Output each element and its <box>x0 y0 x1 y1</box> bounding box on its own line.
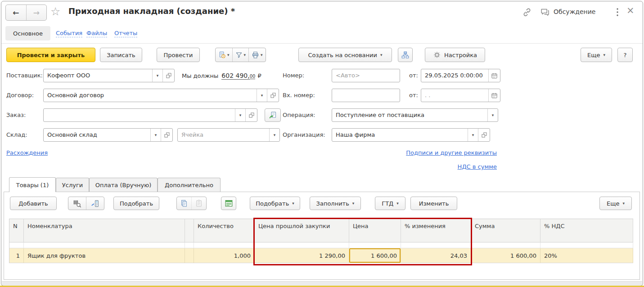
forward-arrow-icon[interactable]: → <box>27 5 47 20</box>
add-row-button[interactable]: Добавить <box>10 197 57 210</box>
discussion-label[interactable]: Обсуждение <box>554 8 595 15</box>
tab-files[interactable]: Файлы <box>86 26 107 40</box>
funnel-icon <box>235 51 243 59</box>
barcode-group <box>68 197 104 210</box>
tab-main[interactable]: Основное <box>5 26 50 40</box>
pick-items-button[interactable]: Подобрать <box>113 197 159 210</box>
history-nav-group: ← → <box>5 4 47 21</box>
warehouse-field[interactable]: Основной склад ▾ <box>43 128 173 142</box>
date-label: от: <box>409 69 418 82</box>
dropdown-caret-icon[interactable]: ▾ <box>257 89 267 102</box>
cell-field[interactable]: Ячейка ▾ <box>177 128 280 142</box>
more-button[interactable]: Еще ▾ <box>581 48 612 62</box>
cell-item[interactable]: Ящик для фруктов <box>24 248 185 263</box>
pick-menu-button[interactable]: Подобрать ▾ <box>250 197 300 210</box>
vat-in-sum-link[interactable]: НДС в сумме <box>458 163 497 170</box>
edit-button[interactable]: Изменить <box>410 197 457 210</box>
incoming-number-label: Вх. номер: <box>283 89 315 102</box>
cell-last-price[interactable]: 1 290,00 <box>255 248 349 263</box>
tab-services[interactable]: Услуги <box>56 178 89 192</box>
tab-events[interactable]: События <box>56 26 82 40</box>
scanner-device-button[interactable] <box>86 197 104 210</box>
back-arrow-icon[interactable]: ← <box>6 5 27 20</box>
debt-amount-link[interactable]: 602 490, <box>221 72 249 80</box>
fill-from-order-button[interactable] <box>265 108 281 122</box>
gtd-menu-button[interactable]: ГТД ▾ <box>375 197 405 210</box>
grid-filler-cell <box>24 242 185 248</box>
clipboard-group <box>176 197 207 210</box>
dropdown-caret-icon: ▾ <box>261 53 263 57</box>
items-table: N Номенклатура Количество Цена прошлой з… <box>9 219 633 263</box>
post-button[interactable]: Провести <box>157 48 200 62</box>
tab-additional[interactable]: Дополнительно <box>158 178 221 192</box>
dropdown-caret-icon[interactable]: ▾ <box>150 129 161 141</box>
organization-field[interactable]: Наша фирма ▾ <box>332 128 490 142</box>
related-documents-button[interactable] <box>398 48 413 62</box>
grid-filler-cell <box>185 242 194 248</box>
column-header-change-pct[interactable]: % изменения <box>401 219 471 242</box>
open-record-icon[interactable] <box>162 69 174 82</box>
help-button[interactable]: ? <box>617 48 633 62</box>
open-record-icon[interactable] <box>267 89 279 102</box>
cell-qty[interactable]: 1,000 <box>194 248 255 263</box>
dropdown-caret-icon[interactable]: ▾ <box>468 129 478 141</box>
order-field[interactable]: ▾ <box>43 108 257 122</box>
open-record-icon[interactable] <box>161 129 172 141</box>
cell-row-number[interactable]: 1 <box>9 248 24 263</box>
close-icon[interactable]: × <box>626 5 635 16</box>
calendar-icon[interactable] <box>488 89 500 102</box>
filter-button[interactable]: ▾ <box>232 48 249 62</box>
date-field[interactable]: 29.05.2025 0:00:00 <box>421 69 500 82</box>
incoming-date-field[interactable]: . . <box>421 89 500 102</box>
column-header-price[interactable]: Цена <box>349 219 401 242</box>
column-header-n[interactable]: N <box>9 219 24 242</box>
calendar-icon[interactable] <box>488 69 500 82</box>
list-settings-button[interactable] <box>221 197 236 210</box>
discrepancies-link[interactable]: Расхождения <box>6 149 48 156</box>
grid-more-button[interactable]: Еще ▾ <box>599 197 632 210</box>
cell-sum[interactable]: 1 600,00 <box>471 248 540 263</box>
discussion-chat-icon[interactable] <box>540 7 550 17</box>
column-header-last-price[interactable]: Цена прошлой закупки <box>255 219 349 242</box>
print-button[interactable]: ▾ <box>248 48 266 62</box>
settings-button[interactable]: Настройка <box>425 48 485 62</box>
dropdown-caret-icon[interactable]: ▾ <box>487 109 498 121</box>
dropdown-caret-icon[interactable]: ▾ <box>152 69 162 82</box>
tab-goods[interactable]: Товары (1) <box>9 177 56 192</box>
create-based-on-button[interactable]: Создать на основании ▾ <box>298 48 392 62</box>
paste-rows-button[interactable] <box>191 197 206 210</box>
post-and-close-button[interactable]: Провести и закрыть <box>6 48 95 62</box>
favorite-star-icon[interactable]: ☆ <box>50 5 60 18</box>
more-menu-kebab-icon[interactable] <box>613 7 622 17</box>
tab-payment[interactable]: Оплата (Вручную) <box>89 178 158 192</box>
number-field[interactable]: <Авто> <box>332 69 400 82</box>
copy-link-icon[interactable] <box>522 7 532 17</box>
signatures-link[interactable]: Подписи и другие реквизиты <box>406 149 497 156</box>
save-button[interactable]: Записать <box>100 48 142 62</box>
column-header-sum[interactable]: Сумма <box>471 219 540 242</box>
dropdown-caret-icon[interactable]: ▾ <box>269 129 279 141</box>
incoming-date-label: от: <box>409 89 418 102</box>
document-register-button[interactable]: ▾ <box>216 48 232 62</box>
contract-field[interactable]: Основной договор ▾ <box>43 89 279 102</box>
cell-price-focused[interactable]: 1 600,00 <box>349 248 401 263</box>
cell-vat[interactable]: 20% <box>540 248 633 263</box>
operation-field[interactable]: Поступление от поставщика ▾ <box>332 108 498 122</box>
dropdown-caret-icon: ▾ <box>380 53 383 57</box>
column-header-vat[interactable]: % НДС <box>540 219 633 242</box>
supplier-field[interactable]: Кофеопт ООО ▾ <box>43 69 175 82</box>
tab-reports[interactable]: Отчеты <box>114 26 137 40</box>
cell-change-pct[interactable]: 24,03 <box>401 248 471 263</box>
contract-label: Договор: <box>6 89 34 102</box>
barcode-search-button[interactable] <box>68 197 86 210</box>
copy-rows-button[interactable] <box>177 197 191 210</box>
supplier-label: Поставщик: <box>6 69 43 82</box>
column-header-item[interactable]: Номенклатура <box>24 219 185 242</box>
incoming-number-field[interactable] <box>332 89 400 102</box>
open-record-icon[interactable] <box>478 129 490 141</box>
copy-icon <box>180 199 188 207</box>
dropdown-caret-icon[interactable]: ▾ <box>235 109 245 121</box>
column-header-qty[interactable]: Количество <box>194 219 255 242</box>
fill-menu-button[interactable]: Заполнить ▾ <box>310 197 361 210</box>
open-record-icon[interactable] <box>245 109 257 121</box>
